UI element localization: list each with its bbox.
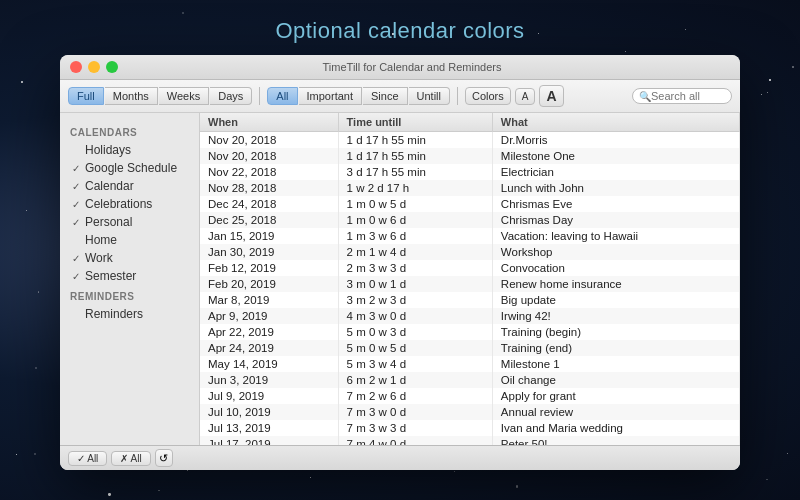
deselect-all-button[interactable]: ✗ All (111, 451, 150, 466)
table-row[interactable]: Dec 25, 2018 1 m 0 w 6 d Chrismas Day (200, 212, 740, 228)
cell-time: 2 m 3 w 3 d (338, 260, 492, 276)
sidebar-label-calendar: Calendar (85, 179, 134, 193)
cell-what: Big update (492, 292, 739, 308)
sidebar-label-work: Work (85, 251, 113, 265)
cell-when: Jan 30, 2019 (200, 244, 338, 260)
maximize-button[interactable] (106, 61, 118, 73)
filter-button-group: All Important Since Untill (267, 87, 450, 105)
filter-since-button[interactable]: Since (363, 87, 408, 105)
view-days-button[interactable]: Days (210, 87, 252, 105)
cell-what: Peter 50! (492, 436, 739, 445)
cell-when: Apr 9, 2019 (200, 308, 338, 324)
table-row[interactable]: Nov 28, 2018 1 w 2 d 17 h Lunch with Joh… (200, 180, 740, 196)
table-row[interactable]: Jul 17, 2019 7 m 4 w 0 d Peter 50! (200, 436, 740, 445)
sidebar-item-reminders[interactable]: Reminders (60, 305, 199, 323)
footer-bar: ✓ All ✗ All ↺ (60, 445, 740, 470)
check-work: ✓ (72, 253, 82, 264)
font-small-button[interactable]: A (515, 88, 536, 105)
cell-time: 6 m 2 w 1 d (338, 372, 492, 388)
table-row[interactable]: Jun 3, 2019 6 m 2 w 1 d Oil change (200, 372, 740, 388)
cell-what: Annual review (492, 404, 739, 420)
colors-button[interactable]: Colors (465, 87, 511, 105)
col-when: When (200, 113, 338, 132)
sidebar-item-holidays[interactable]: Holidays (60, 141, 199, 159)
sidebar-item-calendar[interactable]: ✓ Calendar (60, 177, 199, 195)
select-all-button[interactable]: ✓ All (68, 451, 107, 466)
cell-time: 5 m 3 w 4 d (338, 356, 492, 372)
search-icon: 🔍 (639, 91, 651, 102)
sidebar-item-google-schedule[interactable]: ✓ Google Schedule (60, 159, 199, 177)
cell-when: Feb 20, 2019 (200, 276, 338, 292)
table-row[interactable]: Apr 22, 2019 5 m 0 w 3 d Training (begin… (200, 324, 740, 340)
view-full-button[interactable]: Full (68, 87, 104, 105)
cell-when: Apr 24, 2019 (200, 340, 338, 356)
table-row[interactable]: Feb 20, 2019 3 m 0 w 1 d Renew home insu… (200, 276, 740, 292)
filter-important-button[interactable]: Important (299, 87, 362, 105)
search-input[interactable] (651, 90, 731, 102)
cell-time: 7 m 3 w 3 d (338, 420, 492, 436)
cell-what: Training (begin) (492, 324, 739, 340)
sidebar-label-reminders: Reminders (85, 307, 143, 321)
check-calendar: ✓ (72, 181, 82, 192)
sidebar-item-home[interactable]: Home (60, 231, 199, 249)
table-row[interactable]: Feb 12, 2019 2 m 3 w 3 d Convocation (200, 260, 740, 276)
cell-when: Jul 13, 2019 (200, 420, 338, 436)
sidebar: CALENDARS Holidays ✓ Google Schedule ✓ C… (60, 113, 200, 445)
cell-time: 7 m 4 w 0 d (338, 436, 492, 445)
table-row[interactable]: Apr 9, 2019 4 m 3 w 0 d Irwing 42! (200, 308, 740, 324)
close-button[interactable] (70, 61, 82, 73)
toolbar-separator-1 (259, 87, 260, 105)
cell-what: Oil change (492, 372, 739, 388)
table-row[interactable]: Jul 13, 2019 7 m 3 w 3 d Ivan and Maria … (200, 420, 740, 436)
table-row[interactable]: May 14, 2019 5 m 3 w 4 d Milestone 1 (200, 356, 740, 372)
search-box[interactable]: 🔍 (632, 88, 732, 104)
page-title: Optional calendar colors (0, 18, 800, 44)
sidebar-item-celebrations[interactable]: ✓ Celebrations (60, 195, 199, 213)
table-area: When Time untill What Nov 20, 2018 1 d 1… (200, 113, 740, 445)
check-holidays (72, 145, 82, 156)
table-row[interactable]: Jan 15, 2019 1 m 3 w 6 d Vacation: leavi… (200, 228, 740, 244)
table-row[interactable]: Jan 30, 2019 2 m 1 w 4 d Workshop (200, 244, 740, 260)
cell-when: Nov 20, 2018 (200, 148, 338, 164)
cell-time: 1 w 2 d 17 h (338, 180, 492, 196)
cell-what: Dr.Morris (492, 132, 739, 149)
sidebar-item-work[interactable]: ✓ Work (60, 249, 199, 267)
check-home (72, 235, 82, 246)
table-row[interactable]: Nov 20, 2018 1 d 17 h 55 min Milestone O… (200, 148, 740, 164)
calendars-section-title: CALENDARS (60, 121, 199, 141)
sidebar-item-personal[interactable]: ✓ Personal (60, 213, 199, 231)
cell-time: 1 m 0 w 6 d (338, 212, 492, 228)
cell-when: May 14, 2019 (200, 356, 338, 372)
table-row[interactable]: Nov 20, 2018 1 d 17 h 55 min Dr.Morris (200, 132, 740, 149)
font-large-button[interactable]: A (539, 85, 563, 107)
table-row[interactable]: Jul 9, 2019 7 m 2 w 6 d Apply for grant (200, 388, 740, 404)
view-months-button[interactable]: Months (105, 87, 158, 105)
filter-untill-button[interactable]: Untill (409, 87, 450, 105)
cell-when: Apr 22, 2019 (200, 324, 338, 340)
table-row[interactable]: Nov 22, 2018 3 d 17 h 55 min Electrician (200, 164, 740, 180)
cell-what: Vacation: leaving to Hawaii (492, 228, 739, 244)
table-row[interactable]: Dec 24, 2018 1 m 0 w 5 d Chrismas Eve (200, 196, 740, 212)
cell-what: Apply for grant (492, 388, 739, 404)
toolbar: Full Months Weeks Days All Important Sin… (60, 80, 740, 113)
table-row[interactable]: Mar 8, 2019 3 m 2 w 3 d Big update (200, 292, 740, 308)
cell-when: Dec 24, 2018 (200, 196, 338, 212)
titlebar: TimeTill for Calendar and Reminders (60, 55, 740, 80)
cell-what: Lunch with John (492, 180, 739, 196)
minimize-button[interactable] (88, 61, 100, 73)
cell-when: Jul 9, 2019 (200, 388, 338, 404)
cell-time: 3 m 0 w 1 d (338, 276, 492, 292)
cell-what: Milestone One (492, 148, 739, 164)
cell-time: 3 m 2 w 3 d (338, 292, 492, 308)
table-row[interactable]: Apr 24, 2019 5 m 0 w 5 d Training (end) (200, 340, 740, 356)
sidebar-item-semester[interactable]: ✓ Semester (60, 267, 199, 285)
table-row[interactable]: Jul 10, 2019 7 m 3 w 0 d Annual review (200, 404, 740, 420)
filter-all-button[interactable]: All (267, 87, 297, 105)
cell-when: Nov 22, 2018 (200, 164, 338, 180)
cell-what: Electrician (492, 164, 739, 180)
refresh-button[interactable]: ↺ (155, 449, 173, 467)
cell-time: 7 m 2 w 6 d (338, 388, 492, 404)
cell-when: Nov 28, 2018 (200, 180, 338, 196)
sidebar-label-google-schedule: Google Schedule (85, 161, 177, 175)
view-weeks-button[interactable]: Weeks (159, 87, 209, 105)
